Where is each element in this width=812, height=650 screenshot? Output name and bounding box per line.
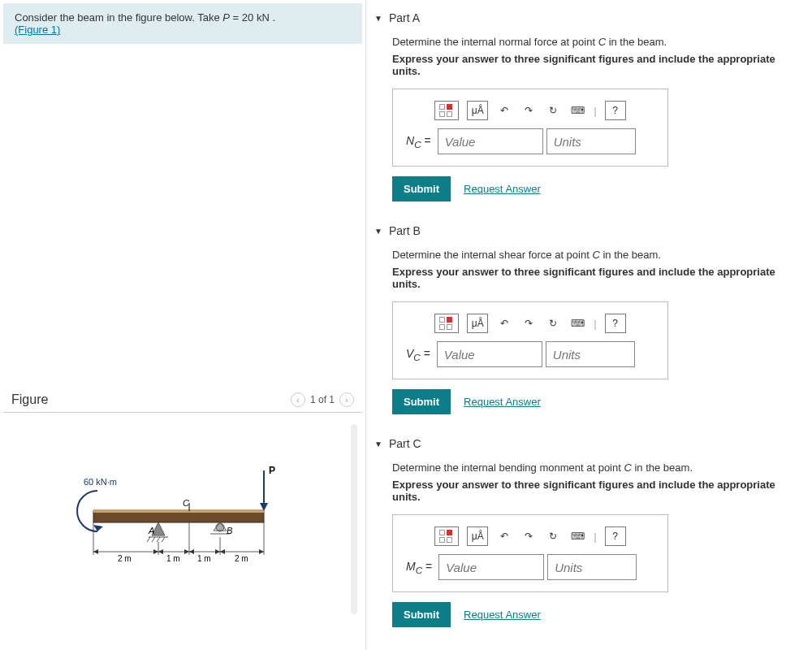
undo-icon[interactable]: ↶ [496, 101, 512, 120]
submit-button[interactable]: Submit [392, 602, 451, 627]
pager-prev-button[interactable]: ‹ [291, 392, 305, 407]
symbol-label: NC = [406, 134, 434, 150]
part-c-header[interactable]: ▼ Part C [366, 434, 804, 453]
part-a-title: Part A [389, 11, 420, 24]
units-input[interactable] [547, 554, 637, 580]
svg-marker-9 [93, 525, 103, 531]
part-b-prompt: Determine the internal shear force at po… [392, 249, 796, 261]
part-a: ▼ Part A Determine the internal normal f… [366, 8, 804, 202]
scrollbar[interactable] [351, 424, 357, 614]
svg-rect-0 [93, 511, 264, 522]
part-a-header[interactable]: ▼ Part A [366, 8, 804, 28]
part-a-instr: Express your answer to three significant… [392, 53, 796, 77]
beam-diagram: 60 kN·m P A C B [53, 446, 313, 592]
prompt-var: C [592, 249, 599, 261]
figure-header: Figure ‹ 1 of 1 › [3, 388, 362, 413]
point-b-label: B [227, 526, 232, 535]
separator: | [594, 531, 596, 543]
input-row: VC = [406, 341, 654, 367]
units-button[interactable]: μÅ [467, 101, 488, 120]
svg-line-3 [147, 537, 150, 542]
request-answer-link[interactable]: Request Answer [464, 183, 541, 195]
part-c-prompt: Determine the internal bending monment a… [392, 462, 796, 474]
keyboard-icon[interactable]: ⌨ [569, 101, 585, 120]
units-input[interactable] [546, 128, 636, 154]
pager-label: 1 of 1 [310, 394, 335, 405]
problem-intro-text: Consider the beam in the figure below. T… [15, 11, 222, 24]
template-button[interactable] [434, 526, 459, 546]
part-b-header[interactable]: ▼ Part B [366, 221, 804, 240]
submit-row: Submit Request Answer [392, 602, 796, 627]
keyboard-icon[interactable]: ⌨ [569, 526, 585, 546]
toolbar: μÅ ↶ ↷ ↻ ⌨ | ? [406, 101, 654, 120]
pager-next-button[interactable]: › [339, 392, 354, 407]
svg-marker-24 [220, 549, 225, 554]
template-button[interactable] [434, 314, 459, 333]
svg-line-5 [157, 537, 160, 542]
submit-button[interactable]: Submit [392, 176, 451, 202]
dim-3: 1 m [197, 554, 211, 563]
prompt-pre: Determine the internal shear force at po… [392, 249, 592, 261]
point-a-label: A [148, 526, 154, 535]
svg-marker-22 [189, 549, 194, 554]
part-a-prompt: Determine the internal normal force at p… [392, 36, 796, 48]
problem-intro: Consider the beam in the figure below. T… [3, 3, 362, 44]
units-button[interactable]: μÅ [467, 314, 488, 333]
value-input[interactable] [437, 341, 542, 367]
dim-4: 2 m [235, 554, 248, 563]
moment-label: 60 kN·m [84, 477, 117, 487]
svg-rect-1 [93, 509, 264, 513]
submit-button[interactable]: Submit [392, 389, 451, 414]
value-input[interactable] [438, 128, 543, 154]
help-button[interactable]: ? [605, 526, 626, 546]
reset-icon[interactable]: ↻ [545, 526, 561, 546]
prompt-post: in the beam. [600, 249, 661, 261]
submit-row: Submit Request Answer [392, 389, 796, 414]
svg-marker-19 [153, 549, 158, 554]
keyboard-icon[interactable]: ⌨ [569, 314, 585, 333]
part-a-answer-box: μÅ ↶ ↷ ↻ ⌨ | ? NC = [392, 89, 668, 167]
toolbar: μÅ ↶ ↷ ↻ ⌨ | ? [406, 314, 654, 333]
undo-icon[interactable]: ↶ [496, 314, 512, 333]
part-b: ▼ Part B Determine the internal shear fo… [366, 221, 804, 414]
request-answer-link[interactable]: Request Answer [464, 396, 541, 408]
figure-title: Figure [11, 392, 48, 407]
redo-icon[interactable]: ↷ [520, 101, 537, 120]
help-button[interactable]: ? [605, 101, 626, 120]
symbol-label: MC = [406, 560, 435, 575]
svg-marker-25 [259, 549, 264, 554]
prompt-post: in the beam. [632, 462, 693, 474]
value-input[interactable] [438, 554, 544, 580]
separator: | [594, 105, 596, 117]
left-column: Consider the beam in the figure below. T… [0, 0, 365, 650]
dim-2: 1 m [166, 554, 180, 563]
redo-icon[interactable]: ↷ [520, 314, 537, 333]
svg-marker-23 [215, 549, 220, 554]
help-button[interactable]: ? [605, 314, 626, 333]
part-b-answer-box: μÅ ↶ ↷ ↻ ⌨ | ? VC = [392, 301, 668, 379]
separator: | [594, 318, 596, 330]
units-input[interactable] [546, 341, 635, 367]
prompt-pre: Determine the internal normal force at p… [392, 36, 598, 48]
prompt-var: C [624, 462, 631, 474]
reset-icon[interactable]: ↻ [545, 101, 561, 120]
collapse-icon: ▼ [374, 227, 382, 236]
figure-link[interactable]: (Figure 1) [15, 24, 60, 36]
figure-pager: ‹ 1 of 1 › [291, 392, 354, 407]
template-button[interactable] [434, 101, 459, 120]
prompt-var: C [598, 36, 606, 48]
svg-marker-18 [93, 549, 98, 554]
undo-icon[interactable]: ↶ [496, 526, 512, 546]
part-b-instr: Express your answer to three significant… [392, 266, 796, 290]
units-button[interactable]: μÅ [467, 526, 488, 546]
request-answer-link[interactable]: Request Answer [464, 609, 541, 621]
svg-line-6 [162, 537, 165, 542]
prompt-pre: Determine the internal bending monment a… [392, 462, 624, 474]
part-b-title: Part B [389, 224, 421, 237]
part-c-title: Part C [389, 437, 421, 450]
force-p-label: P [269, 465, 275, 476]
redo-icon[interactable]: ↷ [520, 526, 537, 546]
submit-row: Submit Request Answer [392, 176, 796, 202]
reset-icon[interactable]: ↻ [545, 314, 561, 333]
figure-frame: 60 kN·m P A C B [5, 418, 361, 621]
